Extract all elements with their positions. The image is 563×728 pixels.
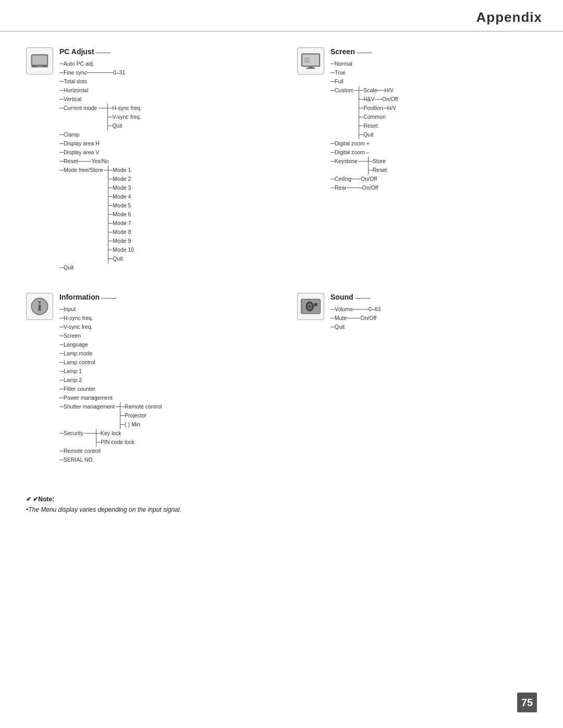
pc-adjust-panel: PC Adjust Auto PC adj. Fine sync xyxy=(26,47,266,272)
svg-point-19 xyxy=(315,304,317,306)
svg-point-12 xyxy=(39,301,41,303)
information-body: Information Input H-sync freq. V-sync fr… xyxy=(59,293,266,464)
screen-panel: Screen Normal True Full Custom xyxy=(297,47,537,272)
note-title: ✔ ✔Note: xyxy=(26,496,537,503)
sound-tree: Volume 0–63 Mute On/Off Quit xyxy=(331,305,537,331)
screen-body: Screen Normal True Full Custom xyxy=(331,47,537,192)
pc-adjust-body: PC Adjust Auto PC adj. Fine sync xyxy=(59,47,266,272)
sound-icon-box xyxy=(297,293,324,320)
laptop-icon xyxy=(29,50,51,72)
sound-panel: Sound Volume 0–63 Mute xyxy=(297,293,537,464)
main-content: PC Adjust Auto PC adj. Fine sync xyxy=(0,32,563,541)
page-title: Appendix xyxy=(476,9,542,26)
menu-grid: PC Adjust Auto PC adj. Fine sync xyxy=(26,47,537,464)
information-icon-box xyxy=(26,293,53,320)
page-header: Appendix xyxy=(0,0,563,32)
pc-adjust-icon-box xyxy=(26,47,53,75)
information-panel: Information Input H-sync freq. V-sync fr… xyxy=(26,293,266,464)
screen-icon-box xyxy=(297,47,324,75)
svg-rect-3 xyxy=(37,66,43,67)
page-number: 75 xyxy=(517,693,537,712)
svg-rect-13 xyxy=(39,305,41,311)
checkmark-icon: ✔ xyxy=(26,496,31,503)
pc-adjust-title: PC Adjust xyxy=(59,47,94,56)
svg-point-17 xyxy=(309,305,311,307)
screen-icon xyxy=(300,50,322,72)
information-title: Information xyxy=(59,293,100,301)
footer-note: ✔ ✔Note: •The Menu display varies depend… xyxy=(26,496,537,525)
svg-rect-1 xyxy=(32,56,47,65)
svg-rect-7 xyxy=(306,68,315,69)
note-text: •The Menu display varies depending on th… xyxy=(26,505,537,515)
pc-adjust-tree: Auto PC adj. Fine sync 0–31 Total dots xyxy=(59,59,266,272)
screen-title: Screen xyxy=(331,47,355,56)
screen-tree: Normal True Full Custom Scale xyxy=(331,59,537,192)
speaker-icon xyxy=(300,295,322,317)
sound-body: Sound Volume 0–63 Mute xyxy=(331,293,537,331)
information-tree: Input H-sync freq. V-sync freq. Screen L… xyxy=(59,305,266,464)
info-icon xyxy=(29,295,51,317)
sound-title: Sound xyxy=(331,293,353,301)
